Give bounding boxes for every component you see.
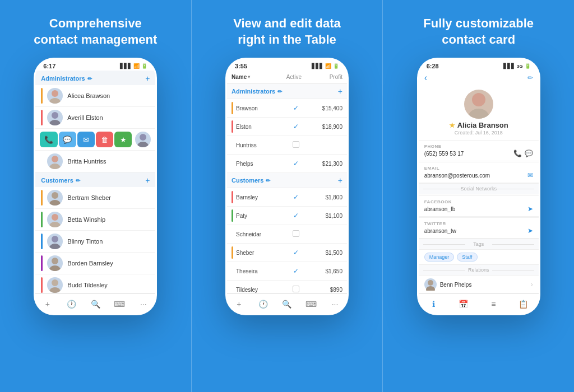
bottom-history-1[interactable]: 🕐 bbox=[66, 298, 77, 310]
wifi-icon: 📶 bbox=[133, 63, 140, 69]
table-row-barnsley[interactable]: Barnsley ✓ $1,800 bbox=[227, 188, 347, 207]
contact-betta[interactable]: Betta Winship bbox=[35, 209, 155, 231]
relation-benn[interactable]: Benn Phelps › bbox=[419, 276, 539, 293]
share-icon[interactable]: ➤ bbox=[527, 205, 533, 213]
contact-averill[interactable]: Averill Elston bbox=[35, 107, 155, 129]
bottom-bar-2: + 🕐 🔍 ⌨ ··· bbox=[227, 293, 347, 314]
contact-name-borden: Borden Barnsley bbox=[67, 260, 150, 267]
bottom-add-1[interactable]: + bbox=[42, 298, 53, 310]
tag-staff[interactable]: Staff bbox=[457, 253, 477, 262]
bottom-card-3[interactable]: 📋 bbox=[518, 298, 529, 310]
share-icon-2[interactable]: ➤ bbox=[527, 227, 533, 235]
col-active: Active bbox=[280, 74, 308, 80]
contact-name-budd: Budd Tildesley bbox=[67, 282, 150, 288]
phone-field-label: PHONE bbox=[424, 144, 533, 149]
contact-budd[interactable]: Budd Tildesley bbox=[35, 274, 155, 293]
bottom-list-3[interactable]: ≡ bbox=[488, 298, 499, 310]
action-call[interactable]: 📞 bbox=[40, 132, 57, 147]
row-active[interactable]: ✓ bbox=[283, 160, 309, 167]
table-customers-edit[interactable]: ✏ bbox=[266, 178, 270, 184]
bottom-more-2[interactable]: ··· bbox=[330, 298, 341, 310]
table-row-huntriss[interactable]: Huntriss bbox=[227, 136, 347, 155]
bottom-add-2[interactable]: + bbox=[233, 298, 244, 310]
contact-britta[interactable]: Britta Huntriss bbox=[35, 151, 155, 172]
tag-manager[interactable]: Manager bbox=[424, 253, 455, 262]
customers-edit-icon[interactable]: ✏ bbox=[76, 178, 80, 184]
status-icons-1: ▋▋▋ 📶 🔋 bbox=[120, 63, 147, 69]
action-message[interactable]: 💬 bbox=[59, 132, 76, 147]
contact-alicea[interactable]: Alicea Brawson bbox=[35, 85, 155, 107]
row-name: Theseira bbox=[236, 268, 283, 274]
facebook-field-value: abranson_fb bbox=[424, 206, 456, 212]
checkbox-empty[interactable] bbox=[293, 230, 299, 237]
action-delete[interactable]: 🗑 bbox=[96, 132, 113, 147]
admin-edit-icon[interactable]: ✏ bbox=[87, 76, 92, 82]
contact-name-bertram: Bertram Sheber bbox=[67, 194, 150, 201]
table-row-theseira[interactable]: Theseira ✓ $1,650 bbox=[227, 262, 347, 281]
bottom-info-3[interactable]: ℹ bbox=[428, 298, 439, 310]
table-row-schneidar[interactable]: Schneidar bbox=[227, 225, 347, 244]
sort-icon[interactable]: ▾ bbox=[248, 74, 250, 80]
table-customers-add[interactable]: + bbox=[338, 176, 342, 185]
contact-list-screen[interactable]: Administrators ✏ + Alicea Brawson bbox=[35, 71, 155, 293]
action-bar: 📞 💬 ✉ 🗑 ★ bbox=[35, 129, 155, 151]
customers-add-button[interactable]: + bbox=[145, 176, 150, 185]
table-row-tildesley[interactable]: Tildesley $890 bbox=[227, 281, 347, 293]
table-screen[interactable]: Name ▾ Active Profit Administrators ✏ + bbox=[227, 71, 347, 293]
contact-name-averill: Averill Elston bbox=[67, 114, 150, 121]
row-active[interactable] bbox=[283, 230, 309, 239]
admin-label: Administrators ✏ bbox=[41, 75, 91, 82]
action-email[interactable]: ✉ bbox=[77, 132, 95, 147]
bottom-search-1[interactable]: 🔍 bbox=[90, 298, 101, 310]
svg-point-26 bbox=[428, 280, 433, 286]
row-color bbox=[232, 191, 233, 203]
avatar-alicea bbox=[47, 88, 63, 104]
relation-avatar-benn bbox=[424, 278, 437, 291]
table-admin-edit[interactable]: ✏ bbox=[277, 88, 282, 95]
table-row-elston[interactable]: Elston ✓ $18,900 bbox=[227, 118, 347, 136]
svg-point-2 bbox=[52, 112, 58, 119]
row-active[interactable]: ✓ bbox=[283, 212, 309, 220]
call-icon[interactable]: 📞 bbox=[513, 150, 522, 157]
table-row-brawson[interactable]: Brawson ✓ $15,400 bbox=[227, 99, 347, 118]
table-row-phelps[interactable]: Phelps ✓ $21,300 bbox=[227, 155, 347, 173]
row-active[interactable]: ✓ bbox=[283, 123, 309, 130]
table-customers-label: Customers ✏ bbox=[232, 177, 270, 184]
row-active[interactable]: ✓ bbox=[283, 104, 309, 112]
action-star[interactable]: ★ bbox=[114, 132, 132, 147]
checkbox-empty[interactable] bbox=[293, 286, 299, 292]
row-active[interactable] bbox=[283, 141, 309, 150]
table-admin-add[interactable]: + bbox=[338, 87, 342, 96]
checkbox-empty[interactable] bbox=[293, 141, 299, 148]
phone-field-section: PHONE (652) 559 53 17 📞 💬 bbox=[419, 140, 539, 161]
table-row-paty[interactable]: Paty ✓ $1,100 bbox=[227, 207, 347, 225]
contact-bertram[interactable]: Bertram Sheber bbox=[35, 187, 155, 209]
bottom-more-1[interactable]: ··· bbox=[138, 298, 149, 310]
back-button[interactable]: ‹ bbox=[424, 73, 427, 83]
row-name: Phelps bbox=[236, 161, 283, 167]
edit-contact-button[interactable]: ✏ bbox=[527, 74, 533, 82]
svg-point-24 bbox=[472, 93, 485, 106]
chevron-right-icon: › bbox=[531, 281, 533, 288]
row-active[interactable] bbox=[283, 286, 309, 294]
bottom-keyboard-1[interactable]: ⌨ bbox=[114, 298, 125, 310]
row-active[interactable]: ✓ bbox=[283, 267, 309, 275]
bottom-history-2[interactable]: 🕐 bbox=[257, 298, 269, 310]
row-active[interactable]: ✓ bbox=[283, 249, 309, 256]
battery-icon: 🔋 bbox=[525, 63, 531, 69]
action-avatar[interactable] bbox=[135, 132, 151, 147]
admin-add-button[interactable]: + bbox=[145, 74, 150, 83]
bottom-search-2[interactable]: 🔍 bbox=[281, 298, 293, 310]
row-active[interactable]: ✓ bbox=[283, 193, 309, 201]
row-color bbox=[232, 102, 233, 114]
bottom-keyboard-2[interactable]: ⌨ bbox=[305, 298, 317, 310]
avatar-bertram bbox=[47, 190, 63, 206]
message-icon[interactable]: 💬 bbox=[525, 150, 533, 157]
email-send-icon[interactable]: ✉ bbox=[527, 171, 533, 179]
table-row-sheber[interactable]: Sheber ✓ $1,500 bbox=[227, 244, 347, 262]
contact-avatar-large bbox=[464, 90, 493, 119]
contact-borden[interactable]: Borden Barnsley bbox=[35, 253, 155, 274]
bottom-calendar-3[interactable]: 📅 bbox=[458, 298, 469, 310]
email-field-value: abranson@posterous.com bbox=[424, 172, 490, 179]
contact-blinny[interactable]: Blinny Tinton bbox=[35, 231, 155, 253]
